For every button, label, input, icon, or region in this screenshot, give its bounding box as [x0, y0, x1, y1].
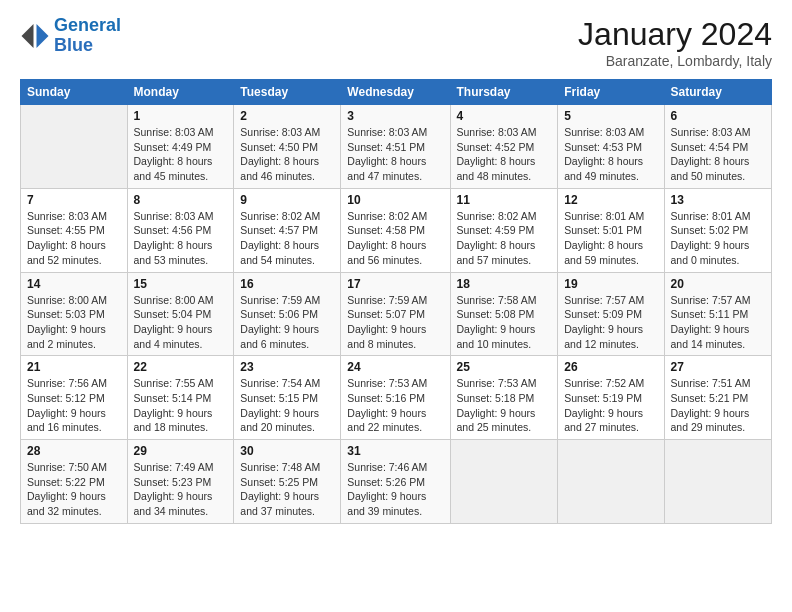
logo-general: General [54, 15, 121, 35]
calendar-cell: 17Sunrise: 7:59 AMSunset: 5:07 PMDayligh… [341, 272, 450, 356]
day-number: 9 [240, 193, 334, 207]
header-thursday: Thursday [450, 80, 558, 105]
day-info: Sunrise: 7:56 AMSunset: 5:12 PMDaylight:… [27, 376, 121, 435]
day-number: 13 [671, 193, 765, 207]
header-friday: Friday [558, 80, 664, 105]
day-number: 26 [564, 360, 657, 374]
day-info: Sunrise: 7:59 AMSunset: 5:06 PMDaylight:… [240, 293, 334, 352]
calendar-cell: 29Sunrise: 7:49 AMSunset: 5:23 PMDayligh… [127, 440, 234, 524]
day-number: 23 [240, 360, 334, 374]
day-number: 1 [134, 109, 228, 123]
logo: General Blue [20, 16, 121, 56]
day-info: Sunrise: 7:53 AMSunset: 5:16 PMDaylight:… [347, 376, 443, 435]
day-number: 2 [240, 109, 334, 123]
calendar-cell: 30Sunrise: 7:48 AMSunset: 5:25 PMDayligh… [234, 440, 341, 524]
day-info: Sunrise: 8:03 AMSunset: 4:52 PMDaylight:… [457, 125, 552, 184]
day-number: 11 [457, 193, 552, 207]
calendar-cell: 27Sunrise: 7:51 AMSunset: 5:21 PMDayligh… [664, 356, 771, 440]
calendar-cell [664, 440, 771, 524]
day-info: Sunrise: 7:57 AMSunset: 5:09 PMDaylight:… [564, 293, 657, 352]
day-number: 15 [134, 277, 228, 291]
calendar-cell: 3Sunrise: 8:03 AMSunset: 4:51 PMDaylight… [341, 105, 450, 189]
calendar-cell: 13Sunrise: 8:01 AMSunset: 5:02 PMDayligh… [664, 188, 771, 272]
day-number: 16 [240, 277, 334, 291]
day-number: 5 [564, 109, 657, 123]
calendar-cell: 19Sunrise: 7:57 AMSunset: 5:09 PMDayligh… [558, 272, 664, 356]
calendar-week-4: 21Sunrise: 7:56 AMSunset: 5:12 PMDayligh… [21, 356, 772, 440]
day-info: Sunrise: 7:49 AMSunset: 5:23 PMDaylight:… [134, 460, 228, 519]
day-info: Sunrise: 8:02 AMSunset: 4:58 PMDaylight:… [347, 209, 443, 268]
day-number: 24 [347, 360, 443, 374]
calendar-cell [450, 440, 558, 524]
day-info: Sunrise: 7:51 AMSunset: 5:21 PMDaylight:… [671, 376, 765, 435]
calendar-cell: 21Sunrise: 7:56 AMSunset: 5:12 PMDayligh… [21, 356, 128, 440]
day-number: 20 [671, 277, 765, 291]
svg-marker-0 [37, 24, 49, 48]
calendar-week-1: 1Sunrise: 8:03 AMSunset: 4:49 PMDaylight… [21, 105, 772, 189]
logo-blue: Blue [54, 35, 93, 55]
calendar-cell: 31Sunrise: 7:46 AMSunset: 5:26 PMDayligh… [341, 440, 450, 524]
header-sunday: Sunday [21, 80, 128, 105]
day-number: 27 [671, 360, 765, 374]
day-number: 3 [347, 109, 443, 123]
header-monday: Monday [127, 80, 234, 105]
day-info: Sunrise: 7:50 AMSunset: 5:22 PMDaylight:… [27, 460, 121, 519]
day-number: 12 [564, 193, 657, 207]
calendar-cell: 28Sunrise: 7:50 AMSunset: 5:22 PMDayligh… [21, 440, 128, 524]
day-info: Sunrise: 8:03 AMSunset: 4:56 PMDaylight:… [134, 209, 228, 268]
main-title: January 2024 [578, 16, 772, 53]
day-info: Sunrise: 8:01 AMSunset: 5:01 PMDaylight:… [564, 209, 657, 268]
title-block: January 2024 Baranzate, Lombardy, Italy [578, 16, 772, 69]
day-info: Sunrise: 7:52 AMSunset: 5:19 PMDaylight:… [564, 376, 657, 435]
calendar-cell: 16Sunrise: 7:59 AMSunset: 5:06 PMDayligh… [234, 272, 341, 356]
day-number: 22 [134, 360, 228, 374]
calendar-week-3: 14Sunrise: 8:00 AMSunset: 5:03 PMDayligh… [21, 272, 772, 356]
day-info: Sunrise: 7:48 AMSunset: 5:25 PMDaylight:… [240, 460, 334, 519]
header-saturday: Saturday [664, 80, 771, 105]
calendar-cell [558, 440, 664, 524]
day-info: Sunrise: 7:59 AMSunset: 5:07 PMDaylight:… [347, 293, 443, 352]
calendar-cell: 26Sunrise: 7:52 AMSunset: 5:19 PMDayligh… [558, 356, 664, 440]
day-info: Sunrise: 8:00 AMSunset: 5:04 PMDaylight:… [134, 293, 228, 352]
day-number: 10 [347, 193, 443, 207]
day-info: Sunrise: 8:03 AMSunset: 4:53 PMDaylight:… [564, 125, 657, 184]
day-number: 25 [457, 360, 552, 374]
day-info: Sunrise: 7:57 AMSunset: 5:11 PMDaylight:… [671, 293, 765, 352]
day-info: Sunrise: 8:03 AMSunset: 4:49 PMDaylight:… [134, 125, 228, 184]
calendar-week-2: 7Sunrise: 8:03 AMSunset: 4:55 PMDaylight… [21, 188, 772, 272]
day-info: Sunrise: 8:00 AMSunset: 5:03 PMDaylight:… [27, 293, 121, 352]
header: General Blue January 2024 Baranzate, Lom… [20, 16, 772, 69]
calendar-cell: 25Sunrise: 7:53 AMSunset: 5:18 PMDayligh… [450, 356, 558, 440]
calendar-cell: 24Sunrise: 7:53 AMSunset: 5:16 PMDayligh… [341, 356, 450, 440]
calendar-cell: 11Sunrise: 8:02 AMSunset: 4:59 PMDayligh… [450, 188, 558, 272]
calendar-cell: 18Sunrise: 7:58 AMSunset: 5:08 PMDayligh… [450, 272, 558, 356]
logo-text: General Blue [54, 16, 121, 56]
day-info: Sunrise: 7:55 AMSunset: 5:14 PMDaylight:… [134, 376, 228, 435]
calendar-cell: 9Sunrise: 8:02 AMSunset: 4:57 PMDaylight… [234, 188, 341, 272]
calendar-cell: 7Sunrise: 8:03 AMSunset: 4:55 PMDaylight… [21, 188, 128, 272]
day-info: Sunrise: 8:02 AMSunset: 4:59 PMDaylight:… [457, 209, 552, 268]
day-info: Sunrise: 7:46 AMSunset: 5:26 PMDaylight:… [347, 460, 443, 519]
day-number: 19 [564, 277, 657, 291]
calendar-cell: 10Sunrise: 8:02 AMSunset: 4:58 PMDayligh… [341, 188, 450, 272]
subtitle: Baranzate, Lombardy, Italy [578, 53, 772, 69]
day-info: Sunrise: 8:01 AMSunset: 5:02 PMDaylight:… [671, 209, 765, 268]
header-tuesday: Tuesday [234, 80, 341, 105]
day-number: 4 [457, 109, 552, 123]
day-info: Sunrise: 8:03 AMSunset: 4:50 PMDaylight:… [240, 125, 334, 184]
calendar-cell: 15Sunrise: 8:00 AMSunset: 5:04 PMDayligh… [127, 272, 234, 356]
day-number: 28 [27, 444, 121, 458]
day-info: Sunrise: 8:03 AMSunset: 4:54 PMDaylight:… [671, 125, 765, 184]
day-number: 30 [240, 444, 334, 458]
calendar-cell: 2Sunrise: 8:03 AMSunset: 4:50 PMDaylight… [234, 105, 341, 189]
day-number: 6 [671, 109, 765, 123]
day-info: Sunrise: 8:03 AMSunset: 4:51 PMDaylight:… [347, 125, 443, 184]
calendar-cell: 6Sunrise: 8:03 AMSunset: 4:54 PMDaylight… [664, 105, 771, 189]
day-info: Sunrise: 8:03 AMSunset: 4:55 PMDaylight:… [27, 209, 121, 268]
header-wednesday: Wednesday [341, 80, 450, 105]
calendar-header-row: SundayMondayTuesdayWednesdayThursdayFrid… [21, 80, 772, 105]
day-number: 7 [27, 193, 121, 207]
calendar-cell: 12Sunrise: 8:01 AMSunset: 5:01 PMDayligh… [558, 188, 664, 272]
calendar-table: SundayMondayTuesdayWednesdayThursdayFrid… [20, 79, 772, 524]
day-number: 31 [347, 444, 443, 458]
